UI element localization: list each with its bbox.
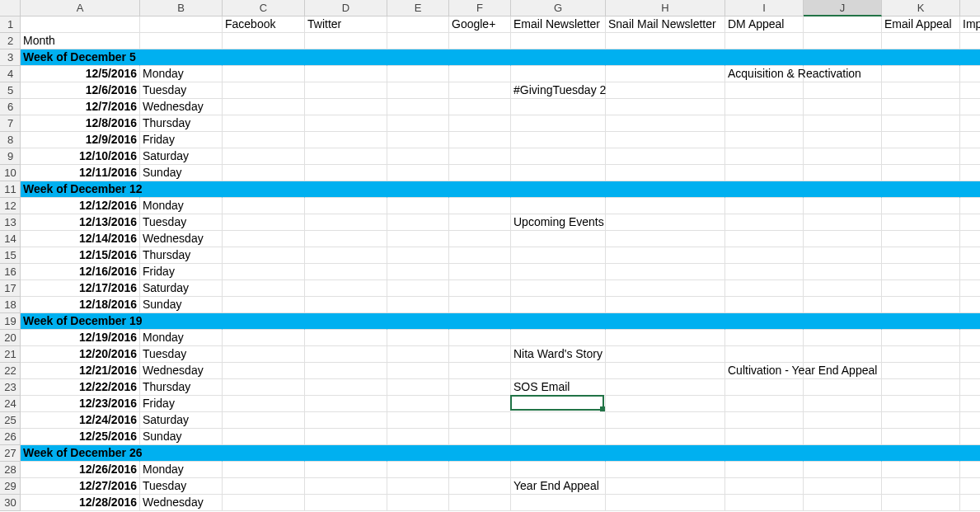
cell-H3[interactable] <box>606 49 725 66</box>
cell-A8[interactable]: 12/9/2016 <box>21 132 140 148</box>
cell-G19[interactable] <box>511 313 606 330</box>
cell-I10[interactable] <box>725 165 804 181</box>
cell-A24[interactable]: 12/23/2016 <box>21 396 140 412</box>
cell-L1[interactable]: Impact/A <box>960 16 980 33</box>
cell-H10[interactable] <box>606 165 725 181</box>
cell-K22[interactable] <box>882 363 960 379</box>
cell-I13[interactable] <box>725 214 804 231</box>
row-header-11[interactable]: 11 <box>0 181 21 198</box>
cell-I7[interactable] <box>725 115 804 132</box>
cell-J30[interactable] <box>804 495 882 511</box>
cell-K30[interactable] <box>882 495 960 511</box>
cell-K6[interactable] <box>882 99 960 115</box>
cell-E21[interactable] <box>387 346 449 363</box>
cell-F25[interactable] <box>449 412 511 429</box>
cell-H15[interactable] <box>606 247 725 264</box>
cell-A19[interactable]: Week of December 19 <box>21 313 140 330</box>
cell-F11[interactable] <box>449 181 511 198</box>
cell-D16[interactable] <box>305 264 387 280</box>
cell-F29[interactable] <box>449 478 511 495</box>
cell-I24[interactable] <box>725 396 804 412</box>
cell-C18[interactable] <box>223 297 305 313</box>
cell-J14[interactable] <box>804 231 882 247</box>
cell-J2[interactable] <box>804 33 882 49</box>
cell-L6[interactable] <box>960 99 980 115</box>
cell-G20[interactable] <box>511 330 606 346</box>
row-header-16[interactable]: 16 <box>0 264 21 280</box>
cell-B1[interactable] <box>140 16 223 33</box>
cell-H6[interactable] <box>606 99 725 115</box>
cell-L28[interactable] <box>960 462 980 478</box>
cell-I8[interactable] <box>725 132 804 148</box>
cell-C26[interactable] <box>223 429 305 445</box>
cell-E26[interactable] <box>387 429 449 445</box>
cell-C27[interactable] <box>223 445 305 462</box>
row-header-4[interactable]: 4 <box>0 66 21 82</box>
cell-K14[interactable] <box>882 231 960 247</box>
cell-J21[interactable] <box>804 346 882 363</box>
cell-D25[interactable] <box>305 412 387 429</box>
row-header-9[interactable]: 9 <box>0 148 21 165</box>
cell-L26[interactable] <box>960 429 980 445</box>
cell-B6[interactable]: Wednesday <box>140 99 223 115</box>
cell-D19[interactable] <box>305 313 387 330</box>
cell-K24[interactable] <box>882 396 960 412</box>
cell-G6[interactable] <box>511 99 606 115</box>
cell-B29[interactable]: Tuesday <box>140 478 223 495</box>
row-header-24[interactable]: 24 <box>0 396 21 412</box>
cell-J3[interactable] <box>804 49 882 66</box>
cell-G26[interactable] <box>511 429 606 445</box>
cell-E3[interactable] <box>387 49 449 66</box>
cell-C30[interactable] <box>223 495 305 511</box>
cell-G30[interactable] <box>511 495 606 511</box>
cell-H12[interactable] <box>606 198 725 214</box>
cell-G3[interactable] <box>511 49 606 66</box>
cell-E10[interactable] <box>387 165 449 181</box>
cell-K9[interactable] <box>882 148 960 165</box>
cell-L27[interactable] <box>960 445 980 462</box>
cell-D17[interactable] <box>305 280 387 297</box>
cell-H19[interactable] <box>606 313 725 330</box>
cell-A7[interactable]: 12/8/2016 <box>21 115 140 132</box>
column-header-G[interactable]: G <box>511 0 606 16</box>
cell-A9[interactable]: 12/10/2016 <box>21 148 140 165</box>
column-header-D[interactable]: D <box>305 0 387 16</box>
cell-L19[interactable] <box>960 313 980 330</box>
cell-D22[interactable] <box>305 363 387 379</box>
cell-E4[interactable] <box>387 66 449 82</box>
cell-C14[interactable] <box>223 231 305 247</box>
cell-I29[interactable] <box>725 478 804 495</box>
cell-C28[interactable] <box>223 462 305 478</box>
cell-I26[interactable] <box>725 429 804 445</box>
cell-A2[interactable]: Month <box>21 33 140 49</box>
cell-J7[interactable] <box>804 115 882 132</box>
cell-D29[interactable] <box>305 478 387 495</box>
cell-K17[interactable] <box>882 280 960 297</box>
cell-K4[interactable] <box>882 66 960 82</box>
cell-B20[interactable]: Monday <box>140 330 223 346</box>
cell-G2[interactable] <box>511 33 606 49</box>
cell-I21[interactable] <box>725 346 804 363</box>
cell-G18[interactable] <box>511 297 606 313</box>
cell-D8[interactable] <box>305 132 387 148</box>
cell-F4[interactable] <box>449 66 511 82</box>
column-header-E[interactable]: E <box>387 0 449 16</box>
cell-F10[interactable] <box>449 165 511 181</box>
cell-I6[interactable] <box>725 99 804 115</box>
row-header-23[interactable]: 23 <box>0 379 21 396</box>
row-header-20[interactable]: 20 <box>0 330 21 346</box>
cell-A4[interactable]: 12/5/2016 <box>21 66 140 82</box>
cell-H29[interactable] <box>606 478 725 495</box>
cell-H4[interactable] <box>606 66 725 82</box>
cell-K15[interactable] <box>882 247 960 264</box>
cell-D11[interactable] <box>305 181 387 198</box>
cell-E18[interactable] <box>387 297 449 313</box>
cell-A11[interactable]: Week of December 12 <box>21 181 140 198</box>
cell-E12[interactable] <box>387 198 449 214</box>
cell-K23[interactable] <box>882 379 960 396</box>
cell-K28[interactable] <box>882 462 960 478</box>
cell-G17[interactable] <box>511 280 606 297</box>
cell-E28[interactable] <box>387 462 449 478</box>
cell-J26[interactable] <box>804 429 882 445</box>
cell-E7[interactable] <box>387 115 449 132</box>
